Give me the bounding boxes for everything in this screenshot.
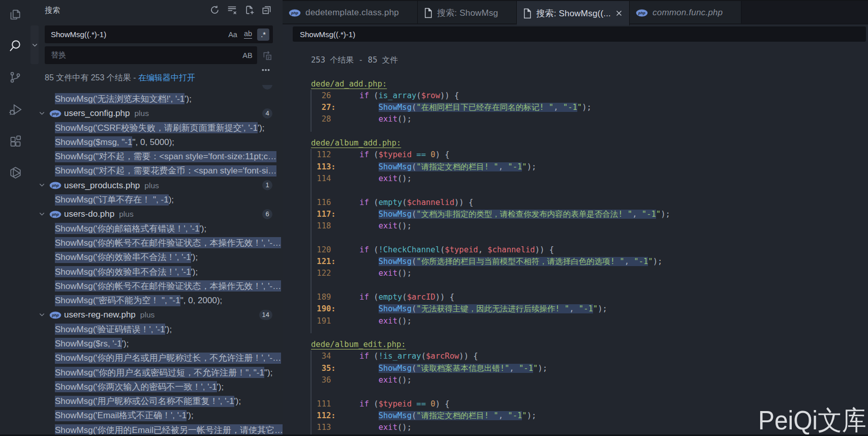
match-case-icon[interactable]: Aa [227, 28, 239, 41]
tree-file-row[interactable]: phpusers_products.phpplus1 [30, 178, 283, 192]
close-icon[interactable] [615, 9, 623, 17]
search-editor-query[interactable]: ShowMsg((.*)-1) [293, 26, 866, 42]
tab-common.func.php[interactable]: phpcommon.func.php [630, 1, 741, 24]
search-icon [8, 39, 22, 53]
results-message: 85 文件中有 253 个结果 - 在编辑器中打开 [45, 73, 195, 83]
code-line: 191 exit(); [312, 315, 868, 327]
result-block: 26 if (is_array($row)) { 27: ShowMsg("在相… [311, 90, 868, 132]
tree-match-row[interactable]: ShowMsg('Email格式不正确！', '-1'); [30, 409, 283, 423]
tree-match-row[interactable]: ShowMsg("订单不存在！ ", -1); [30, 192, 283, 207]
tree-match-row[interactable]: ShowMsg('CSRF校验失败，请刷新页面重新提交', '-1'); [30, 121, 283, 135]
collapse-all-button[interactable] [262, 5, 272, 15]
tree-match-row[interactable]: ShowMsg($msg, "-1", 0, 5000); [30, 135, 283, 149]
php-icon: php [636, 9, 648, 17]
match-highlight: ShowMsg('你的邮箱格式有错误！', '-1 [55, 223, 200, 234]
match-highlight: ShowMsg("你所选择的栏目与当前模型不相符，请选择白色的选项! ", "-… [379, 257, 648, 266]
match-highlight: ShowMsg('验证码错误！', '-1 [55, 324, 165, 335]
regex-icon[interactable]: .* [257, 28, 269, 41]
match-highlight: ShowMsg("文档为非指定的类型，请检查你发布内容的表单是否合法! ", "… [379, 210, 656, 219]
tab-bar: phpdedetemplate.class.php搜索: ShowMsg搜索: … [283, 0, 868, 23]
refresh-button[interactable] [210, 5, 220, 15]
tree-match-row[interactable]: ShowMsg('你的帐号不在邮件验证状态，本操作无效！', '-… [30, 279, 283, 293]
more-actions-icon[interactable] [261, 65, 271, 73]
search-input[interactable]: ShowMsg((.*)-1) Aaab.* [45, 25, 273, 43]
open-in-editor-link[interactable]: 在编辑器中打开 [138, 73, 195, 82]
activity-bar-item-package[interactable] [0, 159, 30, 186]
svg-text:php: php [291, 11, 298, 15]
tab--ShowMsg[interactable]: 搜索: ShowMsg [418, 1, 517, 24]
activity-bar-item-extensions[interactable] [0, 128, 30, 154]
match-rest: ", 0, 5000); [132, 137, 174, 147]
whole-word-icon[interactable]: ab [242, 28, 254, 41]
tree-file-row[interactable]: phpusers-reg-new.phpplus14 [30, 308, 283, 322]
activity-bar-item-run-debug[interactable] [0, 96, 30, 123]
tree-match-row[interactable]: ShowMsg('你两次输入的密码不一致！', '-1'); [30, 380, 283, 394]
tree-file-row[interactable] [30, 85, 283, 92]
tree-match-row[interactable]: ShowMsg('你的用户名或用户昵称过长，不允许注册！', '-… [30, 351, 283, 365]
tree-match-row[interactable]: ShowMsg("密码不能为空！ ", "-1", 0, 2000); [30, 293, 283, 307]
search-input-value[interactable]: ShowMsg((.*)-1) [45, 30, 227, 39]
tree-file-row[interactable]: phpusers-do.phpplus6 [30, 207, 283, 221]
php-icon: php [49, 211, 61, 220]
file-path-hint: plus [134, 108, 148, 118]
tree-match-row[interactable]: ShowMsg('验证码错误！', '-1'); [30, 322, 283, 336]
match-highlight: ShowMsg("订单不存在！ ", -1 [55, 194, 169, 206]
open-new-search-editor-button[interactable] [244, 5, 255, 15]
match-count-badge: 6 [262, 209, 272, 219]
tree-match-row[interactable]: ShowMsg($rs, '-1'); [30, 336, 283, 351]
search-editor-query-value[interactable]: ShowMsg((.*)-1) [293, 30, 355, 39]
file-heading[interactable]: dede/album_edit.php: [283, 339, 868, 351]
replace-input[interactable]: 替换 AB [45, 46, 257, 64]
tree-match-row[interactable]: ShowMsg("对不起，需要花费金币：<span style='font-si… [30, 164, 283, 178]
replace-all-button[interactable] [260, 49, 273, 62]
file-heading[interactable]: dede/ad_add.php: [283, 78, 868, 90]
package-icon [9, 166, 22, 180]
tree-match-row[interactable]: ShowMsg('你的邮箱格式有错误！', '-1'); [30, 221, 283, 236]
file-name: users-reg-new.php [64, 310, 136, 319]
code-line: 112 if ($typeid == 0) { [312, 149, 868, 161]
activity-bar-item-source-control[interactable] [0, 64, 30, 91]
match-count-badge [262, 85, 272, 90]
php-icon: php [49, 110, 61, 120]
match-highlight: ShowMsg($rs, '-1 [55, 338, 122, 349]
toggle-replace-button[interactable] [30, 25, 39, 64]
match-rest: '); [187, 411, 194, 420]
tree-match-row[interactable]: ShowMsg("对不起，需要：<span style='font-size:1… [30, 149, 283, 163]
tab-dedetemplate.class.php[interactable]: phpdedetemplate.class.php [283, 1, 418, 24]
match-rest: ", 0, 2000); [180, 296, 223, 305]
match-rest: '); [200, 224, 207, 234]
chevron-down-icon [38, 311, 46, 319]
files-icon [9, 8, 22, 21]
clear-search-results-button[interactable] [227, 5, 237, 15]
tree-match-row[interactable]: ShowMsg('无法浏览未知文档!', '-1'); [30, 92, 283, 106]
tree-match-row[interactable]: ShowMsg('你的效验串不合法！', '-1'); [30, 250, 283, 265]
file-heading[interactable]: dede/album_add.php: [283, 137, 868, 149]
chevron-down-icon [38, 181, 46, 189]
tree-file-row[interactable]: phpusers_config.phpplus4 [30, 106, 283, 121]
php-icon: php [49, 211, 61, 218]
tree-match-row[interactable]: ShowMsg('你的效验串不合法！', '-1'); [30, 265, 283, 279]
tab--ShowMsg-...[interactable]: 搜索: ShowMsg((... [517, 1, 630, 25]
tree-match-row[interactable]: ShowMsg('你的帐号不在邮件验证状态，本操作无效！', '-… [30, 236, 283, 250]
match-rest: '); [191, 267, 198, 277]
code-line: 118 exit(); [312, 220, 868, 232]
svg-text:php: php [51, 111, 59, 116]
preserve-case-icon[interactable]: AB [241, 49, 254, 62]
code-line: 190: ShowMsg("无法获得主键，因此无法进行后续操作! ", "-1"… [312, 303, 868, 315]
replace-input-placeholder[interactable]: 替换 [45, 50, 241, 60]
more-actions-icon [261, 65, 270, 74]
tree-match-row[interactable]: ShowMsg("你的用户名或密码过短，不允许注册！", "-1"); [30, 365, 283, 380]
match-count-badge: 4 [262, 108, 272, 119]
tree-match-row[interactable]: ShowMsg('用户昵称或公司名称不能重复！', '-1'); [30, 394, 283, 409]
collapse-all-icon [262, 5, 271, 15]
code-line: 189 if (empty($arcID)) { [312, 292, 868, 303]
extensions-icon [9, 134, 22, 148]
activity-bar-item-files[interactable] [0, 1, 30, 27]
code-line: 35: ShowMsg("读取档案基本信息出错!", "-1"); [312, 363, 868, 374]
match-highlight: ShowMsg("读取档案基本信息出错!", "-1 [379, 364, 533, 373]
tab-label: 搜索: ShowMsg [437, 7, 498, 19]
chevron-down-icon [38, 109, 46, 118]
chevron-down-icon [38, 210, 46, 218]
activity-bar-item-search[interactable] [0, 33, 30, 59]
match-highlight: ShowMsg('你使用的Email已经被另一帐号注册，请使其它… [55, 424, 283, 435]
